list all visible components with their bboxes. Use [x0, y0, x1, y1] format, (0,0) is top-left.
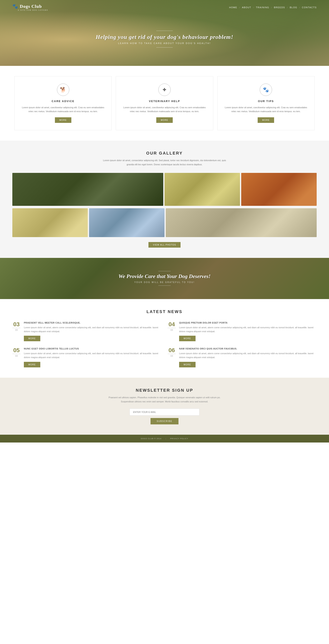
- news-more-button-4[interactable]: MORE: [179, 362, 196, 368]
- gallery-grid-bottom: [12, 208, 317, 237]
- nav-breeds[interactable]: BREEDS: [274, 6, 285, 9]
- news-item-text-2: Lorem ipsum dolor sit amet, aterm come c…: [179, 326, 317, 333]
- nav-about[interactable]: ABOUT: [242, 6, 251, 9]
- promo-banner: We Provide Care that Your Dog Deserves! …: [0, 258, 329, 299]
- news-month-4: 03: [168, 354, 176, 357]
- vet-more-button[interactable]: MORE: [156, 117, 173, 123]
- tips-icon: 🐾: [260, 84, 272, 96]
- subscribe-button[interactable]: SUBSCRIBE: [151, 418, 178, 424]
- paw-icon: 🐾: [12, 4, 18, 9]
- gallery-image-5[interactable]: [89, 208, 164, 237]
- news-item-title-3: NUNC EGET ODIO LOBORTIS TELLUS LUCTUS: [24, 348, 161, 350]
- news-item-2: 04 03 QUISQUE PRETIUM DOLOR EGET PORTA L…: [168, 322, 317, 341]
- newsletter-title: NEWSLETTER SIGN UP: [12, 388, 317, 393]
- news-item-title-4: NAM VENENATIS ORCI QUIS AUCTOR FAUCIBUS.: [179, 348, 317, 350]
- news-content-1: PRAESENT VELL MEETER CALL SCELERISQUE. L…: [24, 322, 161, 341]
- vet-title: VETERINARY HELP: [122, 100, 207, 103]
- news-item-title-1: PRAESENT VELL MEETER CALL SCELERISQUE.: [24, 322, 161, 324]
- news-item-3: 05 03 NUNC EGET ODIO LOBORTIS TELLUS LUC…: [12, 348, 161, 367]
- logo-subtitle: A SITE FOR DOG LOVERS: [18, 9, 48, 11]
- footer-privacy-link[interactable]: PRIVACY POLICY: [170, 438, 188, 440]
- promo-divider-bottom: [158, 286, 171, 286]
- news-item-1: 03 03 PRAESENT VELL MEETER CALL SCELERIS…: [12, 322, 161, 341]
- gallery-image-3[interactable]: [241, 173, 317, 206]
- newsletter-section: NEWSLETTER SIGN UP Praesent vel ultrices…: [0, 378, 329, 435]
- news-day-1: 03: [12, 322, 20, 327]
- news-content-2: QUISQUE PRETIUM DOLOR EGET PORTA Lorem i…: [179, 322, 317, 341]
- news-date-2: 04 03: [168, 322, 176, 331]
- nav-blog[interactable]: BLOG: [290, 6, 297, 9]
- hero-section: 🐾 Dogs Club A SITE FOR DOG LOVERS HOME /…: [0, 0, 329, 66]
- news-item-text-4: Lorem ipsum dolor sit amet, aterm come c…: [179, 352, 317, 359]
- nav-links: HOME / ABOUT / TRAINING / BREEDS / BLOG …: [229, 6, 317, 9]
- gallery-title: OUR GALLERY: [12, 151, 317, 156]
- news-more-button-2[interactable]: MORE: [179, 336, 196, 341]
- promo-subtitle: YOUR DOG WILL BE GRATEFUL TO YOU!: [118, 281, 211, 284]
- newsletter-form: SUBSCRIBE: [12, 408, 317, 424]
- news-month-2: 03: [168, 328, 176, 331]
- hero-divider-bottom: [156, 47, 173, 48]
- footer-separator: |: [166, 438, 166, 440]
- hero-subtitle: LEARN HOW TO TAKE CARE ABOUT YOUR DOG'S …: [96, 42, 233, 44]
- gallery-grid-top: [12, 173, 317, 207]
- news-more-button-3[interactable]: MORE: [24, 362, 40, 368]
- news-date-4: 06 03: [168, 348, 176, 357]
- view-all-photos-button[interactable]: VIEW ALL PHOTOS: [148, 242, 181, 248]
- news-more-button-1[interactable]: MORE: [24, 336, 40, 341]
- footer-copyright: DOGS CLUB © 2014: [141, 438, 162, 440]
- gallery-desc: Lorem ipsum dolor sit amet, consectetur …: [103, 158, 226, 167]
- nav-training[interactable]: TRAINING: [256, 6, 269, 9]
- news-day-4: 06: [168, 348, 176, 353]
- care-text: Lorem ipsum dolor sit amet, csectloeetur…: [21, 106, 105, 113]
- nav-contacts[interactable]: CONTACTS: [302, 6, 317, 9]
- feature-tips: 🐾 OUR TIPS Lorem ipsum dolor sit amet, c…: [217, 76, 315, 130]
- site-footer: DOGS CLUB © 2014 | PRIVACY POLICY: [0, 435, 329, 442]
- main-navigation: 🐾 Dogs Club A SITE FOR DOG LOVERS HOME /…: [0, 0, 329, 15]
- vet-icon: ✚: [158, 84, 171, 96]
- site-logo[interactable]: 🐾 Dogs Club A SITE FOR DOG LOVERS: [12, 4, 48, 11]
- news-content-3: NUNC EGET ODIO LOBORTIS TELLUS LUCTUS Lo…: [24, 348, 161, 367]
- tips-text: Lorem ipsum dolor sit amet, csectloeetur…: [224, 106, 308, 113]
- feature-care: 🐕 CARE ADVICE Lorem ipsum dolor sit amet…: [14, 76, 112, 130]
- news-day-2: 04: [168, 322, 176, 327]
- news-content-4: NAM VENENATIS ORCI QUIS AUCTOR FAUCIBUS.…: [179, 348, 317, 367]
- nav-home[interactable]: HOME: [229, 6, 237, 9]
- news-title: LATEST NEWS: [12, 309, 317, 314]
- gallery-image-1[interactable]: [12, 173, 163, 206]
- newsletter-desc: Praesent vel ultrices sapien. Phasellus …: [108, 396, 221, 404]
- promo-content: We Provide Care that Your Dog Deserves! …: [118, 269, 211, 288]
- hero-content: Helping you get rid of your dog's behavi…: [96, 28, 233, 50]
- news-item-text-1: Lorem ipsum dolor sit amet, aterm come c…: [24, 326, 161, 333]
- care-title: CARE ADVICE: [21, 100, 105, 103]
- feature-vet: ✚ VETERINARY HELP Lorem ipsum dolor sit …: [116, 76, 213, 130]
- care-more-button[interactable]: MORE: [55, 117, 71, 123]
- promo-divider-top: [158, 271, 171, 271]
- logo-title: 🐾 Dogs Club: [12, 4, 48, 9]
- news-grid: 03 03 PRAESENT VELL MEETER CALL SCELERIS…: [12, 322, 317, 368]
- tips-more-button[interactable]: MORE: [258, 117, 274, 123]
- tips-title: OUR TIPS: [224, 100, 308, 103]
- vet-text: Lorem ipsum dolor sit amet, csectloeetur…: [122, 106, 207, 113]
- news-date-3: 05 03: [12, 348, 20, 357]
- news-date-1: 03 03: [12, 322, 20, 331]
- care-icon: 🐕: [57, 84, 69, 96]
- news-item-title-2: QUISQUE PRETIUM DOLOR EGET PORTA: [179, 322, 317, 324]
- news-month-1: 03: [12, 328, 20, 331]
- gallery-image-4[interactable]: [12, 208, 88, 237]
- gallery-image-2[interactable]: [164, 173, 240, 206]
- promo-title: We Provide Care that Your Dog Deserves!: [118, 273, 211, 280]
- email-input[interactable]: [130, 408, 199, 416]
- gallery-section: OUR GALLERY Lorem ipsum dolor sit amet, …: [0, 140, 329, 258]
- gallery-image-6[interactable]: [166, 208, 317, 237]
- news-item-text-3: Lorem ipsum dolor sit amet, aterm come c…: [24, 352, 161, 359]
- news-day-3: 05: [12, 348, 20, 353]
- news-section: LATEST NEWS 03 03 PRAESENT VELL MEETER C…: [0, 299, 329, 378]
- news-item-4: 06 03 NAM VENENATIS ORCI QUIS AUCTOR FAU…: [168, 348, 317, 367]
- features-section: 🐕 CARE ADVICE Lorem ipsum dolor sit amet…: [0, 66, 329, 140]
- hero-title: Helping you get rid of your dog's behavi…: [96, 34, 233, 40]
- news-month-3: 03: [12, 354, 20, 357]
